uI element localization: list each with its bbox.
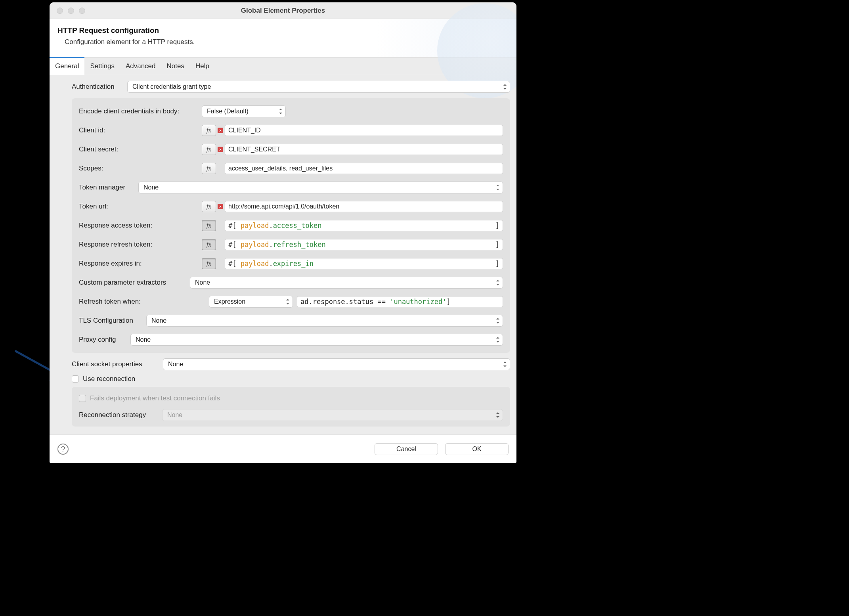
response-access-token-label: Response access token:: [79, 222, 202, 230]
response-expires-in-label: Response expires in:: [79, 260, 202, 268]
client-id-input[interactable]: [225, 125, 503, 136]
fx-button[interactable]: fx: [202, 258, 216, 269]
window-title: Global Element Properties: [50, 7, 516, 15]
chevron-updown-icon: [503, 84, 507, 90]
fx-button[interactable]: fx: [202, 144, 216, 155]
content-area: Authentication Client credentials grant …: [50, 75, 516, 434]
encode-select[interactable]: False (Default): [202, 105, 286, 117]
response-access-token-input[interactable]: #[ payload.access_token]: [225, 220, 503, 231]
encode-label: Encode client credentials in body:: [79, 107, 202, 115]
client-socket-properties-label: Client socket properties: [72, 360, 163, 368]
fx-button[interactable]: fx: [202, 125, 216, 136]
reconnection-strategy-label: Reconnection strategy: [79, 411, 162, 419]
footer: ? Cancel OK: [50, 434, 516, 463]
chevron-updown-icon: [278, 108, 283, 115]
client-id-label: Client id:: [79, 126, 202, 134]
token-url-label: Token url:: [79, 203, 202, 210]
client-socket-properties-select[interactable]: None: [163, 358, 510, 370]
client-secret-input[interactable]: [225, 144, 503, 155]
fx-button[interactable]: fx: [202, 201, 216, 212]
fx-button[interactable]: fx: [202, 220, 216, 231]
proxy-config-label: Proxy config: [79, 336, 130, 344]
token-url-input[interactable]: [225, 201, 503, 212]
chevron-updown-icon: [495, 184, 500, 191]
required-marker-icon: ×: [218, 128, 223, 133]
required-marker-icon: ×: [218, 147, 223, 152]
tls-configuration-select[interactable]: None: [146, 315, 503, 327]
tab-help[interactable]: Help: [190, 57, 215, 75]
fx-button[interactable]: fx: [202, 239, 216, 250]
token-manager-label: Token manager: [79, 184, 138, 191]
chevron-updown-icon: [503, 361, 507, 367]
chevron-updown-icon: [495, 337, 500, 343]
custom-extractors-label: Custom parameter extractors: [79, 279, 190, 287]
cancel-button[interactable]: Cancel: [375, 443, 438, 455]
response-refresh-token-label: Response refresh token:: [79, 241, 202, 249]
reconnection-strategy-select: None: [162, 409, 503, 421]
chevron-updown-icon: [495, 279, 500, 286]
scopes-label: Scopes:: [79, 165, 202, 172]
chevron-updown-icon: [495, 318, 500, 324]
chevron-updown-icon: [285, 298, 290, 305]
use-reconnection-label: Use reconnection: [83, 375, 135, 383]
token-manager-select[interactable]: None: [138, 182, 503, 193]
authentication-select[interactable]: Client credentials grant type: [127, 81, 510, 93]
authentication-value: Client credentials grant type: [132, 83, 211, 90]
refresh-token-when-label: Refresh token when:: [79, 298, 202, 306]
page-subtitle: Configuration element for a HTTP request…: [57, 38, 509, 46]
fails-deployment-checkbox: [79, 395, 86, 402]
response-refresh-token-input[interactable]: #[ payload.refresh_token]: [225, 239, 503, 250]
use-reconnection-checkbox[interactable]: [72, 375, 79, 383]
refresh-token-when-mode-select[interactable]: Expression: [209, 296, 293, 308]
proxy-config-select[interactable]: None: [130, 334, 503, 346]
tab-general[interactable]: General: [50, 57, 84, 75]
help-icon[interactable]: ?: [57, 444, 69, 455]
zoom-window-icon[interactable]: [79, 8, 85, 14]
fx-button[interactable]: fx: [202, 163, 216, 174]
custom-extractors-select[interactable]: None: [190, 277, 503, 289]
fails-deployment-label: Fails deployment when test connection fa…: [90, 394, 220, 402]
authentication-label: Authentication: [72, 83, 127, 91]
client-secret-label: Client secret:: [79, 145, 202, 153]
tab-settings[interactable]: Settings: [84, 57, 120, 75]
minimize-window-icon[interactable]: [68, 8, 74, 14]
scopes-input[interactable]: [225, 163, 503, 174]
auth-panel: Encode client credentials in body: False…: [72, 98, 510, 353]
tab-notes[interactable]: Notes: [161, 57, 190, 75]
header: HTTP Request configuration Configuration…: [50, 19, 516, 57]
required-marker-icon: ×: [218, 204, 223, 209]
tab-advanced[interactable]: Advanced: [120, 57, 161, 75]
refresh-token-when-expression-input[interactable]: ad.response.status == 'unauthorized']: [297, 296, 503, 307]
dialog-window: Global Element Properties HTTP Request c…: [50, 2, 516, 463]
ok-button[interactable]: OK: [445, 443, 509, 455]
page-title: HTTP Request configuration: [57, 26, 509, 35]
response-expires-in-input[interactable]: #[ payload.expires_in]: [225, 258, 503, 269]
titlebar: Global Element Properties: [50, 2, 516, 19]
chevron-updown-icon: [495, 412, 500, 418]
close-window-icon[interactable]: [57, 8, 63, 14]
tls-configuration-label: TLS Configuration: [79, 317, 146, 325]
reconnection-panel: Fails deployment when test connection fa…: [72, 387, 510, 427]
